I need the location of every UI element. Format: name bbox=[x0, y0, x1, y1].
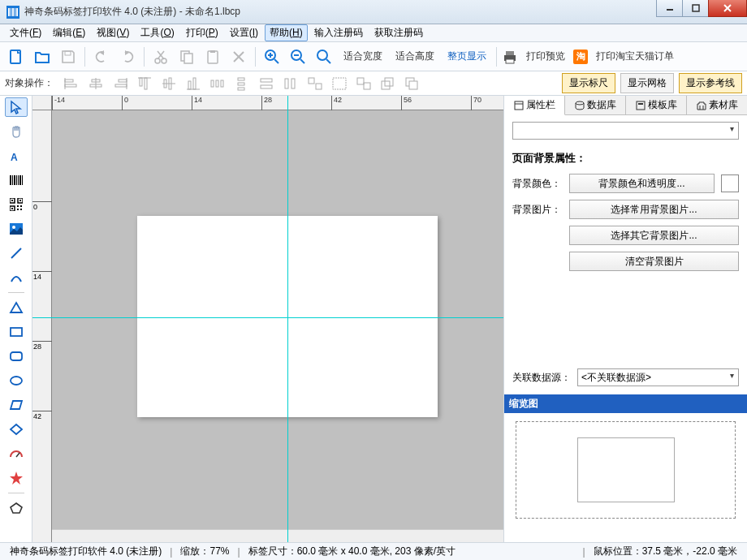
zoom-fit-button[interactable] bbox=[313, 45, 335, 68]
ruler-horizontal[interactable]: -1401428425670 bbox=[52, 96, 503, 110]
menu-enter-code[interactable]: 输入注册码 bbox=[309, 24, 368, 41]
curve-tool[interactable] bbox=[5, 268, 28, 287]
diamond-tool[interactable] bbox=[5, 420, 28, 439]
delete-button[interactable] bbox=[227, 45, 250, 68]
svg-rect-42 bbox=[115, 84, 127, 87]
svg-rect-80 bbox=[11, 200, 13, 201]
align-right-icon[interactable] bbox=[112, 76, 128, 91]
bg-image-common-button[interactable]: 选择常用背景图片... bbox=[569, 200, 739, 219]
redo-button[interactable] bbox=[116, 45, 139, 68]
tab-assets[interactable]: 素材库 bbox=[687, 96, 747, 114]
bg-image-other-button[interactable]: 选择其它背景图片... bbox=[569, 226, 739, 245]
svg-rect-63 bbox=[316, 84, 322, 89]
paste-button[interactable] bbox=[201, 45, 224, 68]
svg-rect-88 bbox=[20, 209, 22, 210]
tab-templates[interactable]: 模板库 bbox=[626, 96, 687, 114]
barcode-tool[interactable] bbox=[5, 170, 28, 190]
align-left-icon[interactable] bbox=[63, 76, 80, 91]
svg-rect-76 bbox=[18, 175, 19, 185]
object-selector-combo[interactable] bbox=[512, 122, 739, 140]
show-ruler-toggle[interactable]: 显示标尺 bbox=[562, 73, 615, 93]
tab-database[interactable]: 数据库 bbox=[565, 96, 626, 114]
datasource-combo[interactable]: <不关联数据源> bbox=[577, 368, 739, 386]
triangle-tool[interactable] bbox=[5, 298, 28, 317]
horizontal-scrollbar[interactable] bbox=[52, 529, 503, 542]
bring-front-icon[interactable] bbox=[380, 76, 396, 91]
gauge-tool[interactable] bbox=[5, 444, 28, 463]
same-size-icon[interactable] bbox=[307, 76, 323, 91]
polygon-tool[interactable] bbox=[5, 498, 28, 518]
save-button[interactable] bbox=[57, 45, 80, 68]
svg-rect-60 bbox=[285, 79, 288, 88]
close-button[interactable] bbox=[708, 0, 747, 17]
svg-point-98 bbox=[576, 101, 584, 105]
minimize-button[interactable] bbox=[656, 0, 682, 17]
svg-rect-100 bbox=[638, 103, 643, 105]
line-tool[interactable] bbox=[5, 243, 28, 263]
menu-get-code[interactable]: 获取注册码 bbox=[369, 24, 428, 41]
fit-height-button[interactable]: 适合高度 bbox=[391, 46, 439, 67]
section-title: 页面背景属性： bbox=[512, 151, 739, 166]
svg-rect-5 bbox=[16, 8, 18, 16]
full-page-button[interactable]: 整页显示 bbox=[443, 46, 491, 67]
qrcode-tool[interactable] bbox=[5, 195, 28, 214]
zoom-in-button[interactable] bbox=[261, 45, 283, 68]
zoom-out-button[interactable] bbox=[287, 45, 309, 68]
menu-edit[interactable]: 编辑(E) bbox=[48, 24, 90, 41]
select-tool[interactable] bbox=[5, 97, 28, 117]
bg-color-swatch[interactable] bbox=[721, 174, 739, 192]
same-height-icon[interactable] bbox=[283, 76, 299, 91]
ops-label: 对象操作： bbox=[5, 76, 54, 90]
distribute-h-icon[interactable] bbox=[209, 76, 226, 91]
canvas-viewport[interactable] bbox=[52, 110, 503, 529]
fit-width-button[interactable]: 适合宽度 bbox=[339, 46, 387, 67]
same-width-icon[interactable] bbox=[258, 76, 274, 91]
svg-rect-57 bbox=[238, 88, 244, 90]
undo-button[interactable] bbox=[90, 45, 113, 68]
menu-settings[interactable]: 设置(I) bbox=[225, 24, 263, 41]
text-tool[interactable]: A bbox=[5, 146, 28, 166]
distribute-v-icon[interactable] bbox=[234, 76, 250, 91]
open-button[interactable] bbox=[31, 45, 54, 68]
svg-rect-52 bbox=[211, 80, 214, 87]
align-top-icon[interactable] bbox=[136, 76, 153, 91]
ungroup-icon[interactable] bbox=[356, 76, 372, 91]
rectangle-tool[interactable] bbox=[5, 322, 28, 342]
ellipse-tool[interactable] bbox=[5, 371, 28, 390]
status-size: 标签尺寸：60.0 毫米 x 40.0 毫米, 203 像素/英寸 bbox=[245, 545, 459, 558]
align-bottom-icon[interactable] bbox=[185, 76, 201, 91]
ruler-vertical[interactable]: 0142842 bbox=[32, 110, 52, 542]
bg-color-button[interactable]: 背景颜色和透明度... bbox=[569, 174, 715, 193]
bg-image-clear-button[interactable]: 清空背景图片 bbox=[569, 252, 739, 271]
svg-point-90 bbox=[12, 226, 15, 229]
show-guides-toggle[interactable]: 显示参考线 bbox=[679, 73, 742, 93]
menu-tools[interactable]: 工具(O) bbox=[136, 24, 179, 41]
send-back-icon[interactable] bbox=[404, 76, 421, 91]
svg-rect-2 bbox=[11, 8, 11, 16]
show-grid-toggle[interactable]: 显示网格 bbox=[620, 73, 674, 93]
guide-horizontal[interactable] bbox=[32, 317, 503, 318]
star-tool[interactable] bbox=[5, 468, 28, 488]
cut-button[interactable] bbox=[149, 45, 172, 68]
menu-help[interactable]: 帮助(H) bbox=[265, 24, 308, 41]
parallelogram-tool[interactable] bbox=[5, 395, 28, 415]
svg-rect-33 bbox=[506, 59, 514, 63]
align-middle-icon[interactable] bbox=[161, 76, 177, 91]
right-tabs: 属性栏 数据库 模板库 素材库 bbox=[504, 96, 747, 115]
tab-properties[interactable]: 属性栏 bbox=[504, 96, 565, 115]
svg-rect-67 bbox=[385, 78, 393, 86]
hand-tool[interactable] bbox=[5, 122, 28, 141]
print-taobao-button[interactable]: 打印淘宝天猫订单 bbox=[591, 46, 679, 67]
menu-file[interactable]: 文件(F) bbox=[5, 24, 46, 41]
guide-vertical[interactable] bbox=[287, 96, 288, 542]
menu-view[interactable]: 视图(V) bbox=[92, 24, 134, 41]
menu-print[interactable]: 打印(P) bbox=[181, 24, 223, 41]
copy-button[interactable] bbox=[175, 45, 198, 68]
maximize-button[interactable] bbox=[682, 0, 708, 17]
rounded-rect-tool[interactable] bbox=[5, 347, 28, 366]
print-preview-button[interactable]: 打印预览 bbox=[521, 46, 570, 67]
image-tool[interactable] bbox=[5, 219, 28, 239]
group-icon[interactable] bbox=[331, 76, 348, 91]
new-button[interactable] bbox=[5, 45, 28, 68]
align-center-h-icon[interactable] bbox=[88, 76, 104, 91]
